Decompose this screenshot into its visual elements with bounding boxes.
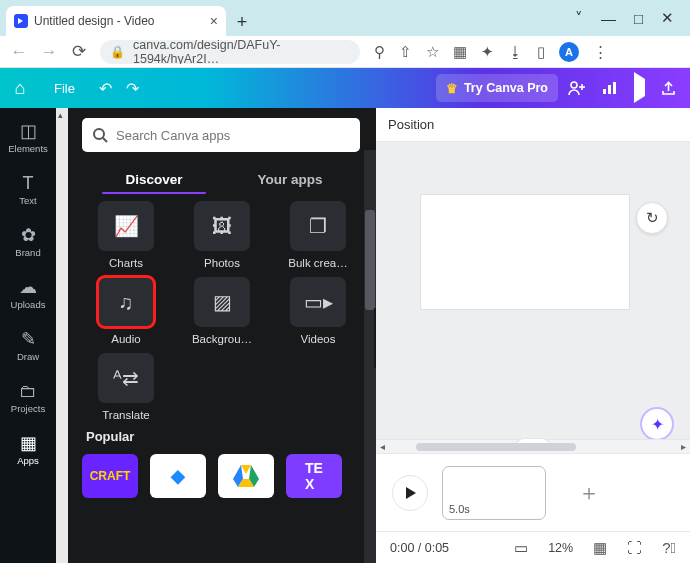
close-window-icon[interactable]: ✕ bbox=[661, 9, 674, 27]
apps-panel: Search Canva apps Discover Your apps 📈 C… bbox=[68, 108, 376, 563]
app-label: Charts bbox=[109, 257, 143, 269]
shapes-icon: ◫ bbox=[20, 122, 37, 140]
app-label: Backgrou… bbox=[192, 333, 252, 345]
refresh-button[interactable]: ↻ bbox=[636, 202, 668, 234]
file-menu[interactable]: File bbox=[40, 81, 89, 96]
window-hint-icon[interactable]: ˅ bbox=[575, 9, 583, 27]
photo-icon: 🖼 bbox=[212, 215, 232, 238]
back-button[interactable]: ← bbox=[10, 42, 28, 62]
app-videos[interactable]: ▭▸ Videos bbox=[274, 277, 362, 345]
search-apps-input[interactable]: Search Canva apps bbox=[82, 118, 360, 152]
zoom-level[interactable]: 12% bbox=[548, 541, 573, 555]
grid-icon: ▦ bbox=[20, 434, 37, 452]
app-label: Photos bbox=[204, 257, 240, 269]
sidebar-item-apps[interactable]: ▦ Apps bbox=[0, 424, 56, 476]
svg-point-0 bbox=[571, 82, 577, 88]
play-preview-button[interactable] bbox=[634, 79, 645, 97]
timeline-clip[interactable]: 5.0s bbox=[442, 466, 546, 520]
scroll-right-icon: ▸ bbox=[681, 441, 686, 452]
app-translate[interactable]: ᴬ⇄ Translate bbox=[82, 353, 170, 421]
help-icon[interactable]: ?⃝ bbox=[662, 539, 676, 556]
play-icon bbox=[406, 487, 416, 499]
zoom-icon[interactable]: ⚲ bbox=[374, 43, 385, 61]
apps-grid: 📈 Charts 🖼 Photos ❐ Bulk crea… ♫ Audio ▨… bbox=[68, 197, 376, 423]
popular-app-drive[interactable] bbox=[218, 454, 274, 498]
playback-time: 0:00 / 0:05 bbox=[390, 541, 449, 555]
app-photos[interactable]: 🖼 Photos bbox=[178, 201, 266, 269]
kebab-menu-icon[interactable]: ⋮ bbox=[593, 43, 608, 61]
analytics-icon[interactable] bbox=[602, 81, 618, 95]
tab-your-apps[interactable]: Your apps bbox=[222, 164, 358, 197]
popular-app-craft[interactable]: CRAFT bbox=[82, 454, 138, 498]
svg-rect-5 bbox=[613, 82, 616, 94]
timeline-play-button[interactable] bbox=[392, 475, 428, 511]
add-clip-button[interactable]: ＋ bbox=[560, 466, 618, 520]
app-audio[interactable]: ♫ Audio bbox=[82, 277, 170, 345]
sidebar-label: Projects bbox=[11, 403, 45, 414]
extensions-puzzle-icon[interactable]: ✦ bbox=[481, 43, 494, 61]
tab-discover[interactable]: Discover bbox=[86, 164, 222, 197]
maximize-icon[interactable]: □ bbox=[634, 10, 643, 27]
svg-marker-11 bbox=[233, 465, 243, 479]
stage-scroll-thumb[interactable] bbox=[416, 443, 576, 451]
reload-button[interactable]: ⟳ bbox=[70, 41, 88, 62]
slide-canvas[interactable] bbox=[420, 194, 630, 310]
forward-button[interactable]: → bbox=[40, 42, 58, 62]
reader-icon[interactable]: ▯ bbox=[537, 43, 545, 61]
new-tab-button[interactable]: + bbox=[228, 8, 256, 36]
fullscreen-icon[interactable]: ⛶ bbox=[627, 539, 642, 556]
collaborators-icon[interactable] bbox=[568, 80, 586, 96]
downloads-icon[interactable]: ⭳ bbox=[508, 43, 523, 60]
sidebar-label: Text bbox=[19, 195, 36, 206]
app-charts[interactable]: 📈 Charts bbox=[82, 201, 170, 269]
popular-app-text[interactable]: TEX bbox=[286, 454, 342, 498]
notes-icon[interactable]: ▭ bbox=[514, 539, 528, 557]
video-play-icon: ▭▸ bbox=[304, 290, 333, 314]
text-icon: T bbox=[23, 174, 34, 192]
close-tab-icon[interactable]: × bbox=[210, 13, 218, 29]
music-note-icon: ♫ bbox=[119, 291, 134, 314]
share-upload-icon[interactable] bbox=[661, 81, 676, 96]
tab-title: Untitled design - Video bbox=[34, 14, 155, 28]
panel-scroll-thumb[interactable] bbox=[365, 210, 375, 310]
sidebar-item-elements[interactable]: ◫ Elements bbox=[0, 112, 56, 164]
tab-favicon bbox=[14, 14, 28, 28]
url-field[interactable]: 🔒 canva.com/design/DAFuY-1594k/hyAr2I… bbox=[100, 40, 360, 64]
sidebar-item-uploads[interactable]: ☁ Uploads bbox=[0, 268, 56, 320]
home-button[interactable]: ⌂ bbox=[0, 68, 40, 108]
redo-button[interactable]: ↷ bbox=[126, 79, 139, 98]
stage[interactable]: ↻ ✦ ◂ ▸ bbox=[376, 142, 690, 453]
app-label: Audio bbox=[111, 333, 140, 345]
position-button[interactable]: Position bbox=[388, 117, 434, 132]
sidebar-item-draw[interactable]: ✎ Draw bbox=[0, 320, 56, 372]
svg-line-7 bbox=[103, 138, 107, 142]
share-icon[interactable]: ⇧ bbox=[399, 43, 412, 61]
sidebar-item-projects[interactable]: 🗀 Projects bbox=[0, 372, 56, 424]
brand-icon: ✿ bbox=[21, 226, 36, 244]
stage-horizontal-scrollbar[interactable]: ◂ ▸ bbox=[376, 439, 690, 453]
sidebar-scroll-gutter[interactable]: ▴ bbox=[56, 108, 68, 563]
charts-icon: 📈 bbox=[114, 214, 139, 238]
app-bulk-create[interactable]: ❐ Bulk crea… bbox=[274, 201, 362, 269]
lock-icon: 🔒 bbox=[110, 45, 125, 59]
scroll-left-icon: ◂ bbox=[380, 441, 385, 452]
minimize-icon[interactable]: — bbox=[601, 10, 616, 27]
popular-app-layers[interactable]: ◆ bbox=[150, 454, 206, 498]
browser-tab[interactable]: Untitled design - Video × bbox=[6, 6, 226, 36]
extension-icon-1[interactable]: ▦ bbox=[453, 43, 467, 61]
clip-duration: 5.0s bbox=[449, 503, 470, 515]
sidebar-item-brand[interactable]: ✿ Brand bbox=[0, 216, 56, 268]
canva-topbar: ⌂ File ↶ ↷ ♛ Try Canva Pro bbox=[0, 68, 690, 108]
try-canva-pro-button[interactable]: ♛ Try Canva Pro bbox=[436, 74, 558, 102]
bookmark-icon[interactable]: ☆ bbox=[426, 43, 439, 61]
canvas-toolbar: Position bbox=[376, 108, 690, 142]
magic-button[interactable]: ✦ bbox=[640, 407, 674, 441]
status-bar: 0:00 / 0:05 ▭ 12% ▦ ⛶ ?⃝ bbox=[376, 531, 690, 563]
app-background[interactable]: ▨ Backgrou… bbox=[178, 277, 266, 345]
window-controls: ˅ — □ ✕ bbox=[575, 0, 682, 36]
svg-marker-10 bbox=[249, 465, 259, 479]
grid-view-icon[interactable]: ▦ bbox=[593, 539, 607, 557]
profile-avatar[interactable]: A bbox=[559, 42, 579, 62]
sidebar-item-text[interactable]: T Text bbox=[0, 164, 56, 216]
undo-button[interactable]: ↶ bbox=[99, 79, 112, 98]
